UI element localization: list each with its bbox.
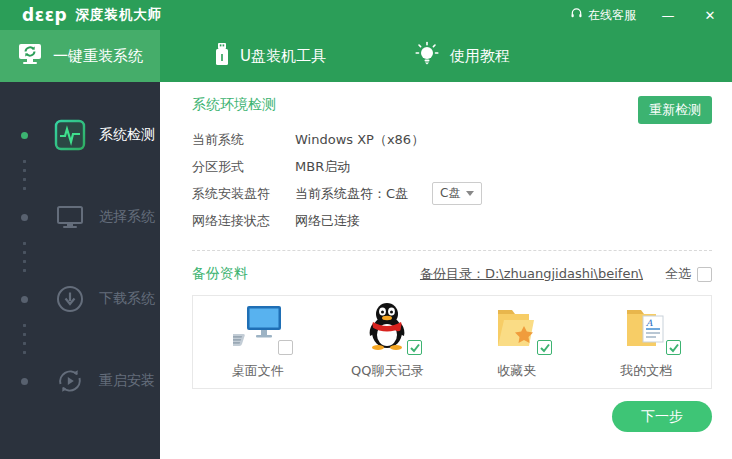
app-window: dεεp 深度装机大师 在线客服 — ✕ — [0, 0, 732, 459]
online-service-label: 在线客服 — [588, 7, 636, 24]
sidebar-step-choose-system[interactable]: 选择系统 — [0, 198, 160, 236]
documents-folder-icon: A — [623, 304, 669, 354]
step-connector-dots — [23, 157, 26, 195]
backup-item-qq-history[interactable]: QQ聊天记录 — [323, 304, 453, 380]
row-value: Windows XP（x86） — [295, 131, 424, 149]
desktop-files-checkbox[interactable] — [278, 340, 293, 355]
restart-icon — [53, 366, 87, 396]
step-label: 选择系统 — [99, 208, 155, 226]
detection-section-title: 系统环境检测 — [192, 96, 276, 114]
tab-usb-tool[interactable]: U盘装机工具 — [184, 30, 356, 82]
redetect-button[interactable]: 重新检测 — [638, 96, 712, 124]
step-bullet — [21, 296, 28, 303]
tab-label: U盘装机工具 — [240, 47, 326, 66]
tab-label: 一键重装系统 — [53, 47, 143, 66]
row-value: MBR启动 — [295, 158, 350, 176]
step-bullet — [21, 132, 28, 139]
drive-dropdown[interactable]: C盘 — [432, 182, 482, 205]
detect-row-install-drive: 系统安装盘符 当前系统盘符：C盘 C盘 — [192, 180, 712, 207]
main-nav: 一键重装系统 U盘装机工具 — [0, 30, 732, 82]
desktop-computer-icon — [233, 304, 283, 354]
monitor-refresh-icon — [17, 42, 43, 70]
detect-row-network: 网络连接状态 网络已连接 — [192, 207, 712, 234]
step-connector-dots — [23, 321, 26, 359]
row-label: 系统安装盘符 — [192, 185, 295, 203]
detect-row-partition: 分区形式 MBR启动 — [192, 153, 712, 180]
tab-label: 使用教程 — [450, 47, 510, 66]
titlebar: dεεp 深度装机大师 在线客服 — ✕ — [0, 0, 732, 30]
backup-dir-link[interactable]: 备份目录：D:\zhuangjidashi\beifen\ — [420, 265, 643, 283]
section-divider — [192, 250, 712, 251]
sidebar-step-restart-install[interactable]: 重启安装 — [0, 362, 160, 400]
select-all-label: 全选 — [665, 265, 691, 283]
row-label: 分区形式 — [192, 158, 295, 176]
row-value: 当前系统盘符：C盘 — [295, 185, 408, 203]
row-label: 当前系统 — [192, 131, 295, 149]
detect-row-current-system: 当前系统 Windows XP（x86） — [192, 126, 712, 153]
qq-history-checkbox[interactable] — [407, 340, 422, 355]
sidebar-step-system-check[interactable]: 系统检测 — [0, 116, 160, 154]
tab-one-key-reinstall[interactable]: 一键重装系统 — [0, 30, 160, 82]
online-service-button[interactable]: 在线客服 — [570, 7, 636, 24]
backup-item-label: 桌面文件 — [232, 362, 284, 380]
backup-section-title: 备份资料 — [192, 265, 420, 283]
logo-area: dεεp 深度装机大师 — [22, 6, 162, 24]
download-circle-icon — [53, 284, 87, 314]
sidebar-step-download-system[interactable]: 下载系统 — [0, 280, 160, 318]
row-label: 网络连接状态 — [192, 212, 295, 230]
backup-item-my-documents[interactable]: A 我的文档 — [582, 304, 712, 380]
drive-dropdown-value: C盘 — [440, 185, 460, 202]
system-check-pulse-icon — [53, 119, 87, 151]
app-title: 深度装机大师 — [75, 6, 162, 24]
step-label: 下载系统 — [99, 290, 155, 308]
main-content: 系统环境检测 重新检测 当前系统 Windows XP（x86） 分区形式 MB… — [160, 82, 732, 459]
close-button[interactable]: ✕ — [700, 8, 720, 23]
step-bullet — [21, 378, 28, 385]
steps-sidebar: 系统检测 选择系统 — [0, 82, 160, 459]
app-logo: dεεp — [22, 7, 67, 24]
step-label: 系统检测 — [99, 126, 155, 144]
backup-item-label: QQ聊天记录 — [351, 362, 423, 380]
step-bullet — [21, 214, 28, 221]
backup-item-label: 收藏夹 — [497, 362, 536, 380]
backup-items-box: 桌面文件 — [192, 295, 712, 389]
headset-icon — [570, 7, 583, 23]
svg-text:A: A — [645, 318, 653, 328]
step-label: 重启安装 — [99, 372, 155, 390]
step-connector-dots — [23, 239, 26, 277]
backup-item-label: 我的文档 — [620, 362, 672, 380]
lightbulb-icon — [414, 41, 440, 71]
my-documents-checkbox[interactable] — [666, 340, 681, 355]
select-all-checkbox[interactable] — [697, 267, 712, 282]
favorites-folder-icon — [494, 304, 540, 354]
next-step-button[interactable]: 下一步 — [612, 401, 712, 432]
monitor-icon — [53, 202, 87, 232]
qq-penguin-icon — [365, 302, 409, 354]
chevron-down-icon — [466, 191, 474, 196]
usb-drive-icon — [214, 42, 230, 70]
favorites-checkbox[interactable] — [537, 340, 552, 355]
backup-item-favorites[interactable]: 收藏夹 — [452, 304, 582, 380]
tab-tutorial[interactable]: 使用教程 — [384, 30, 540, 82]
backup-item-desktop-files[interactable]: 桌面文件 — [193, 304, 323, 380]
minimize-button[interactable]: — — [658, 8, 678, 23]
row-value: 网络已连接 — [295, 212, 360, 230]
